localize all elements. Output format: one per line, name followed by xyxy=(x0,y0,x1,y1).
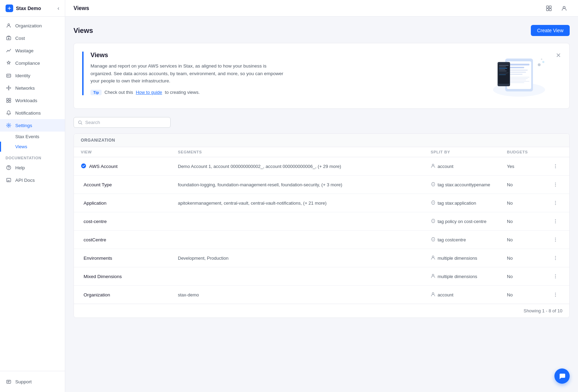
split-icon xyxy=(431,274,435,279)
info-banner-content: Views Manage and report on your AWS serv… xyxy=(82,52,488,95)
svg-point-7 xyxy=(8,89,9,90)
view-budgets: No xyxy=(507,256,549,261)
view-split-by: tag stax:accounttypename xyxy=(431,182,507,188)
sidebar-item-notifications[interactable]: Notifications xyxy=(0,107,65,119)
view-segments: Demo Account 1, account 000000000002_, a… xyxy=(178,164,431,169)
svg-rect-13 xyxy=(9,101,11,103)
row-more-menu-button[interactable] xyxy=(549,272,562,280)
topbar-title: Views xyxy=(74,5,89,11)
main-area: Views Views Create View Views Manage and… xyxy=(65,0,578,392)
split-icon xyxy=(431,163,435,169)
tip-text: Check out this xyxy=(104,90,133,95)
svg-rect-18 xyxy=(546,6,549,8)
how-to-guide-link[interactable]: How to guide xyxy=(136,90,162,95)
sidebar-item-networks[interactable]: Networks xyxy=(0,82,65,94)
svg-point-4 xyxy=(8,75,9,76)
table-row: Environments Development, Production mul… xyxy=(74,249,569,267)
split-icon xyxy=(431,219,435,224)
view-split-by: tag policy on cost-centre xyxy=(431,219,507,224)
view-name: cost-centre xyxy=(81,219,178,224)
search-bar-wrap xyxy=(74,117,570,128)
svg-point-55 xyxy=(433,184,433,184)
sidebar-item-settings[interactable]: Settings xyxy=(0,119,65,132)
row-more-menu-button[interactable] xyxy=(549,291,562,299)
search-icon xyxy=(78,120,83,125)
svg-point-14 xyxy=(8,125,9,126)
svg-rect-33 xyxy=(509,80,526,80)
view-split-by: account xyxy=(431,163,507,169)
svg-point-52 xyxy=(555,164,556,165)
sidebar-subitem-stax-events[interactable]: Stax Events xyxy=(0,132,65,142)
sidebar-item-help[interactable]: Help xyxy=(0,161,65,174)
info-banner-close-button[interactable]: ✕ xyxy=(556,52,561,59)
row-more-menu-button[interactable] xyxy=(549,217,562,225)
svg-point-62 xyxy=(555,204,556,205)
svg-point-51 xyxy=(432,164,434,166)
svg-rect-27 xyxy=(509,67,524,68)
svg-point-46 xyxy=(538,63,541,66)
info-banner-description: Manage and report on your AWS services i… xyxy=(90,62,285,85)
svg-point-1 xyxy=(8,24,10,26)
sidebar-item-cost[interactable]: Cost xyxy=(0,32,65,44)
svg-point-64 xyxy=(555,219,556,220)
svg-rect-29 xyxy=(509,72,526,73)
svg-point-53 xyxy=(555,166,556,167)
view-segments: foundation-logging, foundation-managemen… xyxy=(178,182,431,187)
user-profile-icon[interactable] xyxy=(559,3,570,14)
sidebar-subitem-views[interactable]: Views xyxy=(0,142,65,152)
sidebar-item-compliance[interactable]: Compliance xyxy=(0,57,65,69)
view-split-by: account xyxy=(431,292,507,298)
view-budgets: No xyxy=(507,201,549,206)
view-segments: Development, Production xyxy=(178,256,431,261)
sidebar-header: Stax Demo ‹ xyxy=(0,0,65,17)
row-more-menu-button[interactable] xyxy=(549,235,562,244)
chat-bubble-button[interactable] xyxy=(554,368,570,384)
sidebar-item-workloads[interactable]: Workloads xyxy=(0,94,65,107)
info-banner-title: Views xyxy=(90,52,488,59)
sidebar-item-label-workloads: Workloads xyxy=(15,98,37,103)
svg-rect-28 xyxy=(509,70,528,71)
view-name: Application xyxy=(81,201,178,206)
org-icon xyxy=(6,23,12,29)
view-budgets: No xyxy=(507,237,549,242)
tip-suffix: to creating views. xyxy=(165,90,200,95)
sidebar-item-organization[interactable]: Organization xyxy=(0,19,65,32)
row-more-menu-button[interactable] xyxy=(549,162,562,170)
table-row: Application apitokenmanagement, central-… xyxy=(74,194,569,212)
svg-point-71 xyxy=(432,256,434,258)
svg-point-77 xyxy=(555,276,556,277)
sidebar-item-identity[interactable]: Identity xyxy=(0,69,65,82)
info-banner: Views Manage and report on your AWS serv… xyxy=(74,43,570,109)
tip-badge: Tip xyxy=(90,90,102,95)
row-more-menu-button[interactable] xyxy=(549,199,562,207)
col-header-segments: SEGMENTS xyxy=(178,150,431,154)
svg-rect-31 xyxy=(509,77,529,78)
sidebar-item-label-organization: Organization xyxy=(15,23,42,28)
sidebar-item-api-docs[interactable]: API Docs xyxy=(0,174,65,186)
sidebar-item-support[interactable]: Support xyxy=(6,375,59,388)
svg-point-80 xyxy=(555,293,556,293)
svg-point-67 xyxy=(433,239,433,239)
sidebar: Stax Demo ‹ Organization Cost Wastage xyxy=(0,0,65,392)
svg-rect-35 xyxy=(509,82,524,83)
sidebar-collapse-button[interactable]: ‹ xyxy=(58,5,59,11)
sidebar-subitem-label-stax-events: Stax Events xyxy=(15,134,39,139)
notifications-icon xyxy=(6,110,12,116)
row-more-menu-button[interactable] xyxy=(549,254,562,262)
grid-icon[interactable] xyxy=(543,3,554,14)
sidebar-item-label-networks: Networks xyxy=(15,86,35,91)
view-segments: apitokenmanagement, central-vault, centr… xyxy=(178,201,431,206)
table-section-header: ORGANIZATION xyxy=(74,134,569,147)
svg-rect-38 xyxy=(499,65,509,66)
sidebar-subitem-label-views: Views xyxy=(15,144,27,149)
search-input[interactable] xyxy=(85,120,166,125)
sidebar-item-wastage[interactable]: Wastage xyxy=(0,44,65,57)
svg-rect-12 xyxy=(7,101,8,103)
svg-point-74 xyxy=(555,259,556,260)
view-split-by: tag stax:application xyxy=(431,200,507,206)
svg-point-56 xyxy=(555,182,556,183)
svg-point-48 xyxy=(541,59,542,60)
svg-point-68 xyxy=(555,238,556,238)
create-view-button[interactable]: Create View xyxy=(531,25,570,36)
row-more-menu-button[interactable] xyxy=(549,180,562,189)
